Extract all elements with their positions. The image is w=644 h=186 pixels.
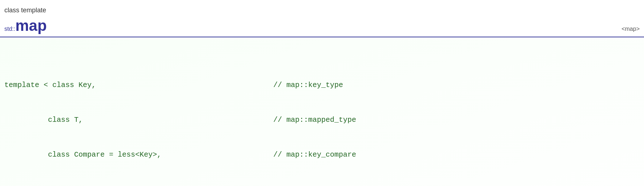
- code-comment-4: // map::allocator_type: [273, 184, 369, 186]
- std-map-title: std::map: [4, 17, 47, 34]
- code-line-3: class Compare = less<Key>, // map::key_c…: [4, 149, 640, 161]
- code-block: template < class Key, // map::key_type c…: [4, 45, 640, 186]
- page-container: class template std::map <map> template <…: [0, 0, 644, 186]
- code-comment-1: // map::key_type: [273, 79, 343, 91]
- header-row: std::map <map>: [0, 16, 644, 37]
- code-comment-3: // map::key_compare: [273, 149, 356, 161]
- map-header-right: <map>: [621, 26, 640, 32]
- code-left-3: class Compare = less<Key>,: [4, 149, 273, 161]
- code-left-4: class Alloc = allocator<pair<const Key,T…: [4, 184, 273, 186]
- code-line-2: class T, // map::mapped_type: [4, 114, 640, 126]
- code-left-2: class T,: [4, 114, 273, 126]
- code-comment-2: // map::mapped_type: [273, 114, 356, 126]
- class-template-label: class template: [0, 4, 644, 16]
- std-prefix: std::: [4, 26, 15, 32]
- code-line-4: class Alloc = allocator<pair<const Key,T…: [4, 184, 640, 186]
- code-line-1: template < class Key, // map::key_type: [4, 79, 640, 91]
- code-left-1: template < class Key,: [4, 79, 273, 91]
- map-name: map: [15, 17, 47, 34]
- code-section: template < class Key, // map::key_type c…: [0, 37, 644, 186]
